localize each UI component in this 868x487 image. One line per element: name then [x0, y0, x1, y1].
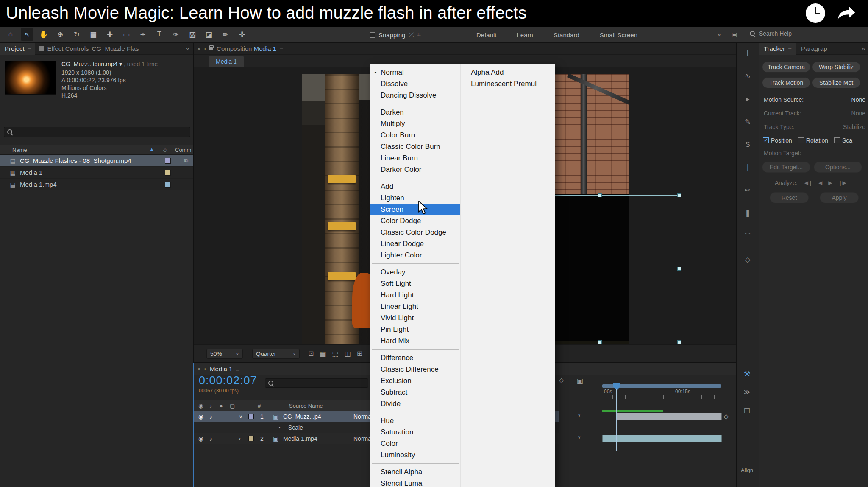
- shape-panel-icon[interactable]: ◇: [745, 255, 750, 264]
- eraser-tool[interactable]: ◪: [203, 28, 215, 41]
- selection-handle-mid-right[interactable]: [677, 267, 681, 271]
- zoom-tool[interactable]: ⊕: [54, 28, 67, 41]
- layer-color-chip[interactable]: [248, 414, 254, 419]
- blend-mode-divide[interactable]: Divide: [370, 398, 460, 409]
- selection-handle-top-right[interactable]: [677, 193, 681, 197]
- blend-mode-darken[interactable]: Darken: [370, 106, 460, 118]
- eye-icon[interactable]: ◉: [198, 433, 203, 444]
- checkbox-sca[interactable]: Sca: [834, 137, 852, 144]
- sort-asc-icon[interactable]: ▲: [150, 147, 154, 151]
- blend-mode-soft-light[interactable]: Soft Light: [370, 278, 460, 289]
- layer-name[interactable]: CG_Muzz...p4: [283, 411, 321, 422]
- hand-tool[interactable]: ✋: [37, 28, 50, 41]
- current-timecode[interactable]: 0:00:02:07: [199, 374, 257, 387]
- effects-presets-icon[interactable]: ✎: [745, 118, 751, 126]
- camera-view-icon[interactable]: ◫: [345, 350, 351, 358]
- blend-mode-linear-dodge[interactable]: Linear Dodge: [370, 238, 460, 249]
- blend-mode-vivid-light[interactable]: Vivid Light: [370, 312, 460, 324]
- blend-mode-overlay[interactable]: Overlay: [370, 266, 460, 278]
- parent-link-dropdown-icon[interactable]: ∨: [578, 435, 581, 439]
- project-list-header[interactable]: Name ▲ ⬦ Comm: [0, 145, 194, 155]
- property-name[interactable]: Scale: [288, 422, 303, 433]
- panel-menu-icon[interactable]: ≡: [28, 45, 31, 52]
- reset-button[interactable]: Reset: [770, 192, 809, 203]
- timeline-tab-label[interactable]: Media 1: [206, 365, 236, 372]
- apply-button[interactable]: Apply: [820, 192, 859, 203]
- blend-mode-classic-color-burn[interactable]: Classic Color Burn: [370, 141, 460, 152]
- blend-mode-classic-color-dodge[interactable]: Classic Color Dodge: [370, 227, 460, 238]
- snap-cross-icon[interactable]: ⤫: [409, 31, 414, 39]
- caret-down-icon[interactable]: ▾: [119, 61, 122, 67]
- blend-mode-classic-difference[interactable]: Classic Difference: [370, 364, 460, 375]
- analyze-forward[interactable]: ▶: [828, 180, 832, 186]
- viewer-tab-media1[interactable]: Media 1: [209, 56, 244, 67]
- workspace-learn[interactable]: Learn: [517, 31, 533, 39]
- blend-mode-add[interactable]: Add: [370, 181, 460, 192]
- panel-grid-icon[interactable]: ▣: [732, 31, 737, 38]
- transparency-grid-icon[interactable]: ▦: [320, 350, 326, 358]
- name-column-header[interactable]: Name: [12, 147, 27, 153]
- tracker-overflow-icon[interactable]: »: [862, 45, 868, 52]
- layer-1-duration-bar[interactable]: [617, 413, 722, 420]
- blend-mode-difference[interactable]: Difference: [370, 352, 460, 364]
- home-tool[interactable]: ⌂: [4, 28, 17, 41]
- blend-mode-hard-mix[interactable]: Hard Mix: [370, 335, 460, 347]
- speaker-icon[interactable]: ♪: [209, 411, 212, 422]
- blend-mode-color-burn[interactable]: Color Burn: [370, 129, 460, 141]
- blend-mode-exclusion[interactable]: Exclusion: [370, 375, 460, 386]
- share-icon[interactable]: [836, 3, 858, 24]
- blend-mode-color-dodge[interactable]: Color Dodge: [370, 215, 460, 227]
- audio-panel-icon[interactable]: ∿: [745, 72, 751, 81]
- source-name-header[interactable]: Source Name: [289, 400, 323, 411]
- blend-mode-dancing-dissolve[interactable]: Dancing Dissolve: [370, 90, 460, 101]
- edit-target-button[interactable]: Edit Target...: [762, 162, 810, 173]
- analyze-backward-one-frame[interactable]: ◀❙: [804, 180, 812, 186]
- blend-mode-stencil-alpha[interactable]: Stencil Alpha: [370, 466, 460, 478]
- blend-mode-hue[interactable]: Hue: [370, 415, 460, 426]
- magnification-dropdown[interactable]: 50% ∨: [206, 349, 243, 359]
- snap-grid-icon[interactable]: ⌗: [417, 31, 420, 39]
- panel-menu-icon[interactable]: ≡: [788, 45, 792, 52]
- time-ruler[interactable]: [600, 395, 729, 399]
- watch-later-icon[interactable]: [806, 3, 825, 23]
- blend-mode-linear-burn[interactable]: Linear Burn: [370, 152, 460, 164]
- parent-link-dropdown-icon[interactable]: ∨: [578, 413, 581, 417]
- blend-mode-hard-light[interactable]: Hard Light: [370, 289, 460, 301]
- project-item-cg-muzzle-flashes-08-shotgun-mp4[interactable]: ▤CG_Muzzle Flashes - 08_Shotgun.mp4⧉: [0, 155, 194, 167]
- snapping-checkbox[interactable]: [370, 32, 375, 38]
- mask-visibility-icon[interactable]: ⬚: [332, 350, 339, 358]
- tab-tracker[interactable]: Tracker ≡: [760, 43, 796, 55]
- snapshot-icon[interactable]: ▣: [577, 377, 583, 385]
- blend-mode-stencil-luma[interactable]: Stencil Luma: [370, 478, 460, 487]
- rotation-tool[interactable]: ↻: [70, 28, 83, 41]
- blend-mode-subtract[interactable]: Subtract: [370, 386, 460, 398]
- analyze-forward-one-frame[interactable]: ❙▶: [838, 180, 846, 186]
- selection-handle-bottom-mid[interactable]: [598, 340, 602, 344]
- brush-tool[interactable]: ✑: [170, 28, 182, 41]
- workspace-small-screen[interactable]: Small Screen: [600, 31, 637, 39]
- checkbox-box[interactable]: ✓: [763, 137, 769, 143]
- roto-brush-tool[interactable]: ✏: [219, 28, 232, 41]
- resolution-dropdown[interactable]: Quarter ∨: [252, 349, 300, 359]
- blend-mode-linear-light[interactable]: Linear Light: [370, 301, 460, 312]
- track-camera-button[interactable]: Track Camera: [762, 62, 810, 73]
- project-overflow-icon[interactable]: »: [186, 45, 193, 52]
- blend-mode-luminosity[interactable]: Luminosity: [370, 449, 460, 461]
- tab-paragraph[interactable]: Paragrap: [796, 45, 832, 52]
- close-icon[interactable]: ×: [194, 45, 204, 52]
- label-column-icon[interactable]: ⬦: [163, 147, 167, 154]
- pan-behind-tool[interactable]: ✚: [103, 28, 116, 41]
- selection-handle-bottom-right[interactable]: [677, 340, 681, 344]
- document-icon[interactable]: ▤: [744, 406, 750, 414]
- preview-panel-icon[interactable]: ▸: [746, 95, 750, 104]
- smoother-icon[interactable]: S: [745, 140, 750, 149]
- tools-wrench-icon[interactable]: ⚒: [744, 369, 750, 378]
- pen-tool[interactable]: ✒: [136, 28, 149, 41]
- motion-source-value[interactable]: None: [851, 96, 865, 103]
- layer-2-duration-bar[interactable]: [602, 435, 722, 442]
- tab-effect-controls[interactable]: Effect Controls CG_Muzzle Flas: [35, 45, 143, 52]
- keyframe-diamond-icon[interactable]: ◇: [723, 412, 729, 420]
- workspace-default[interactable]: Default: [476, 31, 497, 39]
- info-panel-icon[interactable]: ✛: [745, 49, 751, 58]
- grid-guides-icon[interactable]: ⊞: [357, 350, 362, 358]
